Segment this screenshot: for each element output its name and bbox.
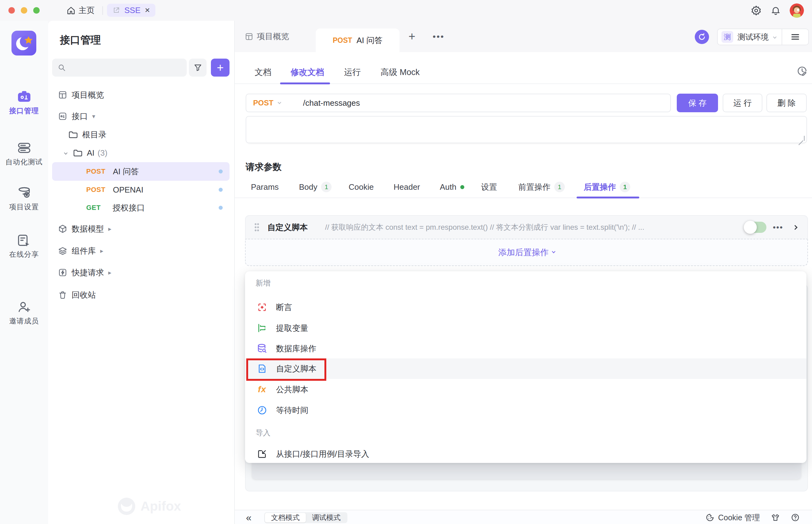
sidebar-item-components[interactable]: 组件库 ▸ (52, 242, 229, 260)
cookie-manager-label: Cookie 管理 (718, 512, 760, 523)
row-more-button[interactable]: ••• (773, 223, 783, 232)
description-textarea[interactable] (246, 116, 807, 143)
url-input[interactable] (296, 94, 670, 112)
double-chevron-left-icon: « (246, 512, 251, 523)
sidebar-item-trash[interactable]: 回收站 (52, 286, 229, 304)
environment-selector[interactable]: 测试环境 (737, 32, 768, 42)
menu-item-custom-script[interactable]: 自定义脚本 (245, 358, 807, 379)
ellipsis-icon: ••• (773, 223, 783, 232)
subtab-label: 运行 (344, 67, 361, 78)
post-action-title: 自定义脚本 (267, 222, 308, 233)
menu-item-extract-variable[interactable]: 提取变量 (245, 318, 807, 338)
tree-item-auth-api[interactable]: GET 授权接口 (52, 199, 229, 217)
cube-icon (58, 225, 68, 233)
tree-folder-ai[interactable]: AI (3) (52, 144, 229, 162)
subtab-label: 高级 Mock (380, 67, 420, 78)
ptab-auth[interactable]: Auth (440, 178, 464, 196)
project-settings-icon (0, 187, 48, 199)
count-badge: 1 (321, 182, 331, 192)
drag-handle-icon[interactable] (254, 223, 259, 232)
search-input[interactable] (69, 63, 175, 72)
resize-handle[interactable] (800, 136, 805, 141)
sidebar-section-api[interactable]: 接口 ▾ (52, 107, 229, 125)
ptab-body[interactable]: Body1 (299, 178, 331, 196)
help-button[interactable] (791, 513, 800, 522)
enable-toggle[interactable] (745, 222, 766, 233)
notifications-bell-icon[interactable] (770, 5, 781, 16)
sidebar-item-data-models[interactable]: 数据模型 ▸ (52, 220, 229, 238)
sidebar-item-project-overview[interactable]: 项目概览 (52, 86, 229, 104)
add-api-button[interactable]: + (211, 59, 229, 77)
menu-item-public-script[interactable]: fx 公共脚本 (245, 379, 807, 400)
ptab-label: Params (251, 182, 279, 192)
post-action-custom-script-row[interactable]: 自定义脚本 // 获取响应的文本 const text = pm.respons… (245, 215, 808, 239)
run-button[interactable]: 运行 (723, 94, 762, 112)
sidebar-item-quick-request[interactable]: 快捷请求 ▸ (52, 264, 229, 281)
rail-item-label: 项目设置 (0, 202, 48, 212)
minimize-window-button[interactable] (21, 7, 27, 14)
environment-menu-button[interactable] (782, 33, 808, 40)
save-button[interactable]: 保存 (677, 94, 718, 112)
apifox-watermark-logo (117, 497, 136, 516)
subtab-edit-doc[interactable]: 修改文档 (291, 64, 324, 81)
subtab-advanced-mock[interactable]: 高级 Mock (380, 64, 420, 81)
delete-button[interactable]: 删除 (766, 94, 807, 112)
subtab-run[interactable]: 运行 (344, 64, 361, 81)
search-box[interactable] (52, 59, 187, 77)
rail-item-auto-testing[interactable]: 自动化测试 (0, 142, 48, 167)
settings-gear-icon[interactable] (751, 5, 762, 16)
filter-funnel-icon (194, 64, 202, 71)
rail-item-project-settings[interactable]: 项目设置 (0, 187, 48, 212)
close-window-button[interactable] (9, 7, 15, 14)
method-select[interactable]: POST (246, 94, 296, 112)
menu-item-database-operation[interactable]: 数据库操作 (245, 338, 807, 359)
tab-overflow-button[interactable]: ••• (433, 21, 444, 52)
request-params-heading: 请求参数 (246, 161, 282, 173)
user-avatar[interactable] (790, 3, 804, 18)
collapse-sidebar-button[interactable]: « (246, 510, 251, 524)
tab-project-overview[interactable]: 项目概览 (245, 21, 289, 52)
project-tab-sse[interactable]: SSE × (107, 4, 156, 17)
tree-item-ai-qa[interactable]: POST AI 问答 (52, 162, 229, 180)
ptab-settings[interactable]: 设置 (481, 178, 497, 196)
menu-item-assertion[interactable]: 断言 (245, 297, 807, 317)
tree-folder-root[interactable]: 根目录 (52, 126, 229, 144)
clock-icon (257, 405, 267, 415)
caret-down-icon: ▾ (92, 113, 95, 120)
doc-mode-option[interactable]: 文档模式 (265, 513, 306, 522)
chevron-down-icon (773, 35, 776, 38)
tree-item-label: 授权接口 (113, 202, 145, 213)
apifox-logo[interactable] (12, 31, 36, 55)
maximize-window-button[interactable] (33, 7, 40, 14)
rail-item-api-management[interactable]: 接口管理 (0, 91, 48, 116)
count-badge: 1 (554, 182, 565, 192)
new-tab-button[interactable]: + (408, 21, 415, 52)
close-tab-icon[interactable]: × (145, 6, 150, 15)
home-tab[interactable]: 主页 (67, 0, 95, 21)
theme-tshirt-button[interactable] (771, 513, 780, 522)
expand-row-chevron-icon[interactable] (793, 225, 798, 230)
active-ptab-underline (576, 197, 639, 198)
ptab-params[interactable]: Params (251, 178, 279, 196)
tab-ai-qa-active[interactable]: POST AI 问答 (316, 29, 400, 52)
history-button[interactable] (797, 66, 807, 76)
menu-item-wait-time[interactable]: 等待时间 (245, 400, 807, 421)
ptab-cookie[interactable]: Cookie (348, 178, 374, 196)
ptab-post-actions[interactable]: 后置操作1 (584, 178, 630, 196)
rail-item-online-share[interactable]: 在线分享 (0, 234, 48, 259)
menu-item-import-from-api[interactable]: 从接口/接口用例/目录导入 (245, 444, 807, 464)
rail-item-invite-members[interactable]: 邀请成员 (0, 301, 48, 326)
filter-button[interactable] (189, 59, 207, 77)
tab-method-label: POST (333, 36, 352, 45)
extract-variable-icon (257, 323, 267, 333)
sync-button[interactable] (695, 30, 709, 44)
debug-mode-option[interactable]: 调试模式 (306, 513, 347, 522)
ptab-pre-actions[interactable]: 前置操作1 (518, 178, 565, 196)
tree-item-openai[interactable]: POST OPENAI (52, 181, 229, 199)
sidebar-item-label: 组件库 (72, 246, 96, 257)
ptab-header[interactable]: Header (394, 178, 420, 196)
subtab-doc[interactable]: 文档 (255, 64, 271, 81)
cookie-manager-button[interactable]: Cookie 管理 (705, 512, 760, 523)
api-section-icon (58, 112, 68, 120)
add-post-action-button[interactable]: 添加后置操作 (245, 239, 808, 266)
